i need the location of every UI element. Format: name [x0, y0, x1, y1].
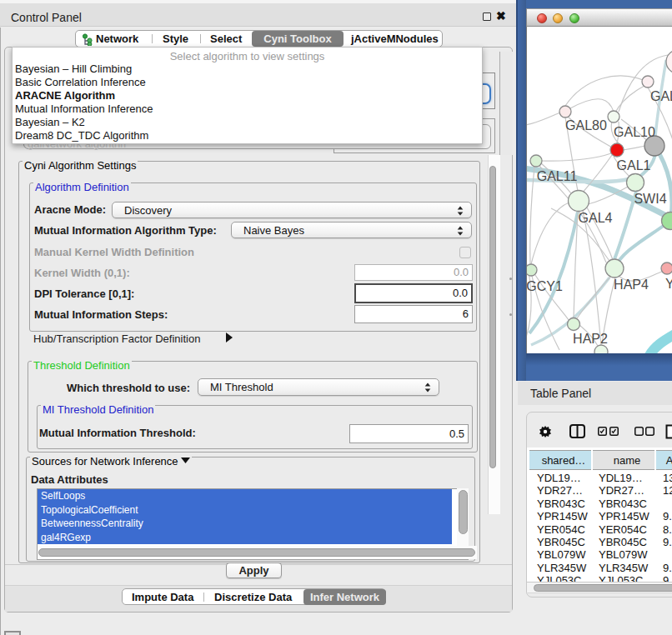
svg-text:GAL1: GAL1 [617, 158, 651, 172]
svg-text:GCY1: GCY1 [527, 279, 563, 293]
svg-text:SWI4: SWI4 [634, 192, 666, 206]
svg-text:YM: YM [665, 277, 672, 291]
svg-text:GAL10: GAL10 [614, 125, 655, 139]
svg-text:HAP4: HAP4 [614, 278, 649, 292]
svg-text:GAL2: GAL2 [650, 89, 672, 103]
svg-text:GAL11: GAL11 [537, 169, 578, 183]
svg-text:HAP2: HAP2 [573, 332, 608, 346]
svg-text:GAL80: GAL80 [565, 118, 607, 132]
svg-text:GAL4: GAL4 [579, 211, 613, 225]
